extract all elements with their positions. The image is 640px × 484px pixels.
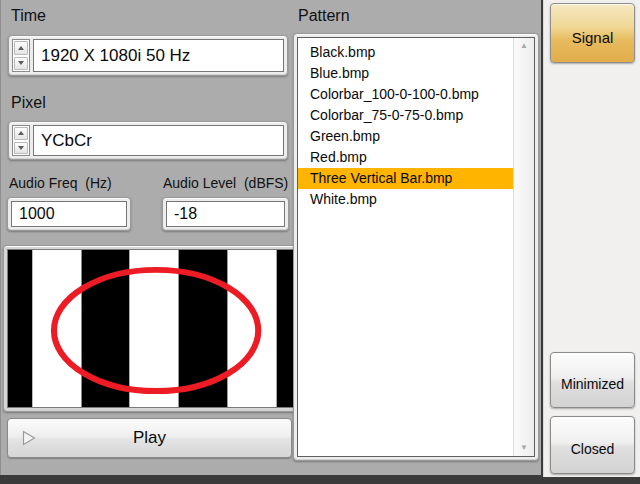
play-triangle-icon — [22, 430, 36, 446]
spin-down-icon — [18, 146, 24, 150]
audio-freq-input[interactable] — [12, 205, 126, 223]
time-label: Time — [11, 7, 46, 25]
pattern-list-items: Black.bmpBlue.bmpColorbar_100-0-100-0.bm… — [298, 38, 513, 456]
time-combobox[interactable] — [8, 35, 288, 76]
signal-button[interactable]: Signal — [550, 3, 635, 63]
time-spin-down-button[interactable] — [14, 57, 28, 71]
time-input[interactable] — [34, 46, 283, 66]
audio-freq-label: Audio Freq (Hz) — [9, 175, 112, 191]
play-button[interactable]: Play — [7, 418, 292, 458]
pattern-preview-canvas — [7, 249, 294, 408]
time-spinner[interactable] — [12, 39, 30, 72]
list-item[interactable]: Blue.bmp — [298, 63, 513, 84]
audio-freq-box — [7, 197, 131, 231]
pixel-combobox[interactable] — [8, 121, 288, 160]
spin-up-icon — [18, 46, 24, 50]
pattern-preview-frame — [3, 245, 298, 412]
pixel-spinner[interactable] — [12, 125, 30, 156]
right-panel: Signal Minimized Closed — [543, 0, 640, 477]
audio-level-input[interactable] — [167, 205, 284, 223]
pixel-label: Pixel — [11, 94, 46, 112]
list-item[interactable]: Red.bmp — [298, 147, 513, 168]
pattern-label: Pattern — [298, 7, 350, 25]
pattern-listbox: Black.bmpBlue.bmpColorbar_100-0-100-0.bm… — [293, 33, 539, 461]
pixel-input[interactable] — [34, 131, 283, 151]
list-item[interactable]: Green.bmp — [298, 126, 513, 147]
list-item[interactable]: Three Vertical Bar.bmp — [298, 168, 513, 189]
signal-button-label: Signal — [572, 29, 614, 46]
time-spin-up-button[interactable] — [14, 41, 28, 55]
main-panel: Time Pixel Audio Freq (Hz) Audio Level (… — [0, 0, 541, 475]
scroll-up-icon[interactable]: ▲ — [514, 38, 534, 54]
list-item[interactable]: White.bmp — [298, 189, 513, 210]
scroll-down-icon[interactable]: ▼ — [514, 440, 534, 456]
spin-up-icon — [18, 131, 24, 135]
audio-level-box — [162, 197, 289, 231]
closed-button[interactable]: Closed — [550, 416, 635, 474]
minimized-button-label: Minimized — [561, 376, 624, 392]
signal-generator-window: Time Pixel Audio Freq (Hz) Audio Level (… — [0, 0, 640, 484]
pixel-spin-down-button[interactable] — [14, 142, 28, 155]
closed-button-label: Closed — [571, 441, 615, 457]
spin-down-icon — [18, 61, 24, 65]
audio-level-label: Audio Level (dBFS) — [163, 175, 288, 191]
list-item[interactable]: Colorbar_100-0-100-0.bmp — [298, 84, 513, 105]
list-item[interactable]: Black.bmp — [298, 42, 513, 63]
list-item[interactable]: Colorbar_75-0-75-0.bmp — [298, 105, 513, 126]
pixel-spin-up-button[interactable] — [14, 127, 28, 140]
minimized-button[interactable]: Minimized — [550, 352, 635, 408]
play-button-label: Play — [133, 428, 166, 448]
pattern-list-scrollbar[interactable]: ▲ ▼ — [513, 38, 534, 456]
